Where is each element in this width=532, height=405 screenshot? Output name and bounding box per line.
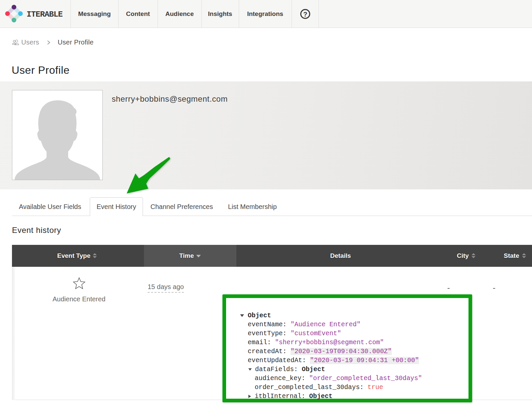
svg-text:?: ?	[303, 11, 307, 18]
